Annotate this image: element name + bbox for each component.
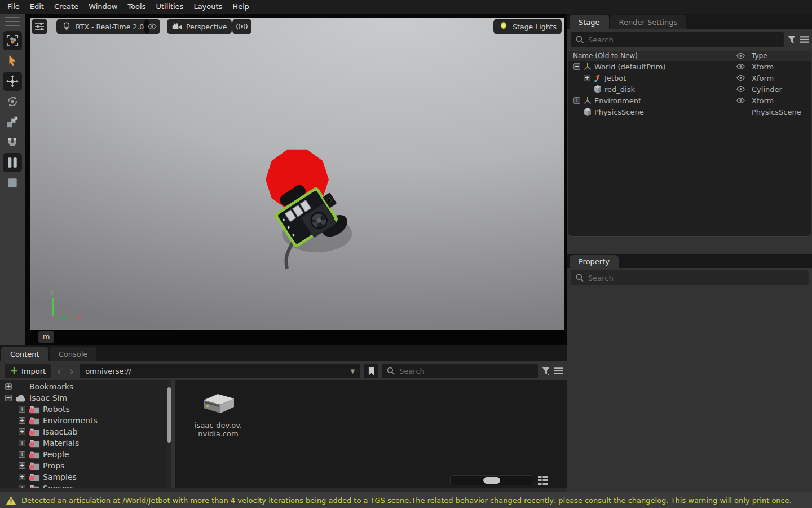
path-dropdown-icon[interactable]: ▼ — [350, 368, 355, 374]
expander-plus-icon[interactable]: + — [19, 485, 25, 488]
expander-minus-icon[interactable]: − — [573, 63, 580, 70]
expander-plus-icon[interactable]: + — [19, 440, 25, 446]
expander-minus-icon[interactable]: − — [5, 395, 12, 401]
icon-size-controls — [450, 475, 548, 485]
back-button[interactable]: ‹ — [55, 364, 64, 378]
stage-search-input[interactable] — [588, 36, 779, 44]
visibility-button[interactable] — [144, 19, 160, 34]
eye-icon — [147, 21, 157, 32]
bookmark-icon — [15, 382, 27, 392]
content-tree-item-materials[interactable]: +Materials — [0, 437, 167, 449]
column-type[interactable]: Type — [748, 52, 811, 60]
snap-tool[interactable] — [3, 133, 22, 152]
expander-plus-icon[interactable]: + — [19, 462, 25, 469]
pause-tool[interactable] — [3, 153, 22, 172]
menu-item-edit[interactable]: Edit — [25, 0, 49, 14]
menu-item-tools[interactable]: Tools — [122, 0, 151, 14]
expander-plus-icon[interactable]: + — [19, 417, 25, 424]
filter-icon[interactable] — [787, 35, 796, 44]
stage-row-jetbot[interactable]: +JetbotXform — [568, 72, 811, 84]
stage-row-label: red_disk — [604, 85, 635, 94]
folder-icon — [29, 427, 40, 437]
menu-item-window[interactable]: Window — [83, 0, 122, 14]
expander-plus-icon[interactable]: + — [19, 474, 25, 480]
visibility-toggle[interactable] — [734, 75, 748, 81]
menu-item-utilities[interactable]: Utilities — [151, 0, 188, 14]
forward-button[interactable]: › — [67, 364, 76, 378]
menu-item-create[interactable]: Create — [49, 0, 83, 14]
visibility-toggle[interactable] — [734, 86, 748, 93]
property-tabbar: Property — [567, 254, 812, 268]
list-view-toggle-icon[interactable] — [538, 476, 548, 485]
path-input[interactable] — [85, 367, 350, 375]
content-tree-scrollbar[interactable] — [167, 380, 171, 488]
stage-options-icon[interactable] — [800, 35, 809, 44]
tab-console[interactable]: Console — [50, 347, 97, 361]
content-tree-item-props[interactable]: +Props — [0, 460, 167, 471]
tab-stage[interactable]: Stage — [570, 15, 609, 29]
tab-content[interactable]: Content — [1, 347, 48, 361]
content-tree-item-sensors[interactable]: +Sensors — [0, 483, 167, 488]
expander-plus-icon[interactable]: + — [19, 428, 25, 435]
rotate-tool[interactable] — [3, 92, 22, 111]
move-icon — [6, 75, 19, 87]
stage-tree: −World (defaultPrim)Xform+JetbotXformred… — [568, 61, 811, 237]
slider-handle[interactable] — [483, 477, 500, 484]
column-visibility-icon[interactable] — [736, 52, 745, 59]
content-search-input[interactable] — [399, 367, 533, 375]
stop-tool[interactable] — [3, 173, 22, 192]
file-item-server[interactable]: isaac-dev.ov. nvidia.com — [187, 391, 249, 438]
axis-gizmo: Y x — [50, 291, 81, 321]
camera-button[interactable]: Perspective — [167, 19, 232, 34]
expander-plus-icon[interactable]: + — [19, 451, 25, 458]
stage-row-physicsscene[interactable]: PhysicsScenePhysicsScene — [568, 106, 811, 117]
stage-row-world-defaultprim[interactable]: −World (defaultPrim)Xform — [568, 61, 811, 72]
visibility-toggle[interactable] — [734, 63, 748, 70]
property-search-field[interactable] — [571, 270, 809, 285]
stage-row-red-disk[interactable]: red_diskCylinder — [568, 84, 811, 95]
expander-plus-icon[interactable]: + — [5, 383, 12, 390]
menu-item-help[interactable]: Help — [227, 0, 254, 14]
tab-render-settings[interactable]: Render Settings — [610, 15, 687, 29]
scale-tool[interactable] — [3, 112, 22, 132]
menu-item-layouts[interactable]: Layouts — [188, 0, 227, 14]
viewport-canvas[interactable]: Y x — [30, 18, 564, 330]
content-tree-item-environments[interactable]: +Environments — [0, 415, 167, 426]
content-tree-item-bookmarks[interactable]: +Bookmarks — [0, 381, 167, 392]
viewport-settings-button[interactable] — [32, 19, 47, 34]
filter-icon[interactable] — [541, 366, 550, 375]
stage-row-environment[interactable]: +EnvironmentXform — [568, 95, 811, 106]
content-search-field[interactable] — [382, 364, 538, 378]
content-tree-item-people[interactable]: +People — [0, 449, 167, 460]
warning-text: Detected an articulation at /World/Jetbo… — [21, 496, 792, 505]
path-field[interactable]: ▼ — [80, 364, 360, 378]
content-options-icon[interactable] — [554, 366, 563, 375]
property-search-input[interactable] — [588, 274, 804, 282]
visibility-toggle[interactable] — [734, 97, 748, 104]
warning-bar: Detected an articulation at /World/Jetbo… — [0, 492, 812, 508]
tab-property[interactable]: Property — [570, 255, 619, 268]
stage-search-field[interactable] — [571, 32, 784, 47]
icon-size-slider[interactable] — [450, 475, 533, 485]
move-tool[interactable] — [3, 72, 22, 91]
expander-plus-icon[interactable]: + — [584, 75, 590, 81]
expander-plus-icon[interactable]: + — [573, 97, 580, 104]
content-tree-item-isaac-sim[interactable]: −Isaac Sim — [0, 392, 167, 404]
content-tree-item-robots[interactable]: +Robots — [0, 404, 167, 415]
content-tree-item-samples[interactable]: +Samples — [0, 471, 167, 483]
selection-mode-tool[interactable] — [3, 31, 22, 50]
stage-row-label: Jetbot — [604, 74, 626, 82]
audio-button[interactable] — [232, 19, 251, 34]
toolbar-drag-handle-icon[interactable] — [5, 17, 20, 26]
xform-icon — [583, 96, 592, 105]
renderer-button[interactable]: RTX - Real-Time 2.0 — [56, 19, 149, 34]
bookmark-button[interactable] — [364, 364, 378, 378]
expander-plus-icon[interactable]: + — [19, 406, 25, 413]
content-tree-item-isaaclab[interactable]: +IsaacLab — [0, 426, 167, 437]
cursor-select-tool[interactable] — [3, 51, 22, 71]
stage-lights-button[interactable]: Stage Lights — [493, 19, 562, 34]
column-name[interactable]: Name (Old to New) — [568, 52, 734, 60]
import-button[interactable]: Import — [5, 364, 51, 378]
server-icon — [200, 391, 237, 417]
menu-item-file[interactable]: File — [2, 0, 25, 14]
